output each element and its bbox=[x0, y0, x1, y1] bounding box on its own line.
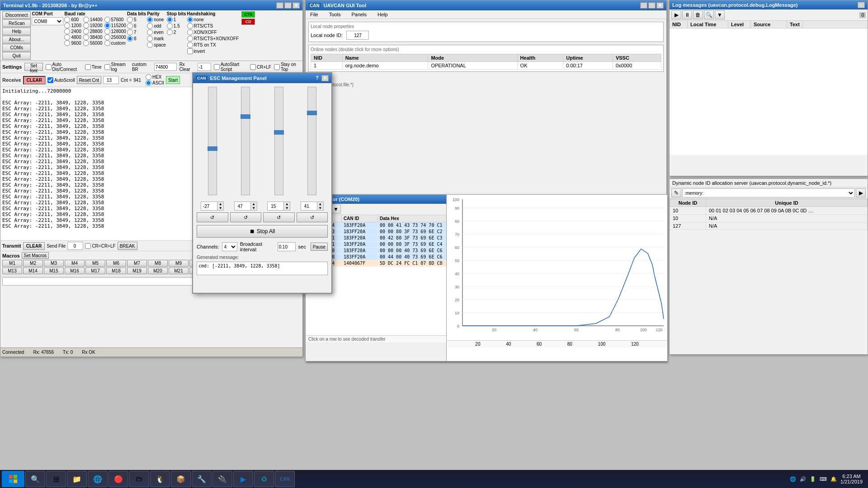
taskbar-network-icon[interactable]: 🌐 bbox=[790, 476, 796, 482]
terminal-minimize-btn[interactable]: ─ bbox=[276, 2, 283, 9]
custom-br-input[interactable] bbox=[154, 63, 177, 71]
terminal-close-btn[interactable]: ✕ bbox=[292, 2, 300, 9]
taskbar-ubuntu[interactable]: 🐧 bbox=[150, 471, 170, 487]
macro-button[interactable]: M7 bbox=[127, 260, 147, 267]
set-font-button[interactable]: Set font bbox=[24, 63, 42, 71]
esc-slider-track-2[interactable] bbox=[241, 87, 250, 195]
macro-button[interactable]: M3 bbox=[44, 260, 64, 267]
uavcan-close-btn[interactable]: ✕ bbox=[656, 2, 664, 9]
taskbar-box[interactable]: 📦 bbox=[171, 471, 191, 487]
macro-button[interactable]: M19 bbox=[127, 267, 147, 274]
macro-button[interactable]: M1 bbox=[2, 260, 22, 267]
macro-button[interactable]: M14 bbox=[23, 267, 43, 274]
table-row[interactable]: 127N/A bbox=[670, 222, 868, 230]
autoscroll-check[interactable]: AutoScroll bbox=[47, 77, 75, 83]
esc-stop-all-button[interactable]: ⏹ Stop All bbox=[197, 225, 328, 238]
macro-button[interactable]: M4 bbox=[65, 260, 85, 267]
taskbar-arduino[interactable]: ♻ bbox=[254, 471, 274, 487]
taskbar-browser-chrome[interactable]: 🌐 bbox=[88, 471, 108, 487]
receive-clear-button[interactable]: CLEAR bbox=[23, 76, 46, 84]
macro-button[interactable]: M8 bbox=[148, 260, 168, 267]
disconnect-button[interactable]: Disconnect bbox=[2, 11, 31, 19]
macro-button[interactable]: M13 bbox=[2, 267, 22, 274]
esc-slider-thumb-2[interactable] bbox=[241, 114, 250, 119]
cnt-number-input[interactable] bbox=[103, 76, 119, 84]
esc-slider-thumb-1[interactable] bbox=[208, 146, 217, 151]
macro-button[interactable]: M15 bbox=[44, 267, 64, 274]
esc-close-btn[interactable]: ✕ bbox=[321, 75, 329, 81]
esc-spin-1-down[interactable]: ▼ bbox=[217, 206, 223, 210]
log-filter-btn[interactable]: ▼ bbox=[715, 10, 725, 19]
dyn-memory-select[interactable]: :memory: bbox=[682, 188, 855, 197]
start-button[interactable]: Start bbox=[166, 76, 180, 84]
menu-help[interactable]: Help bbox=[376, 11, 390, 18]
table-row[interactable]: 1 org.node.demo OPERATIONAL OK 0:00:17 0… bbox=[311, 62, 661, 70]
esc-reset-2[interactable]: ↺ bbox=[230, 212, 262, 222]
set-macros-button[interactable]: Set Macros bbox=[22, 252, 49, 259]
menu-file[interactable]: File bbox=[308, 11, 320, 18]
macro-button[interactable]: M17 bbox=[85, 267, 105, 274]
cr-cr-lf-check[interactable]: CR=CR+LF bbox=[85, 243, 115, 249]
esc-slider-thumb-4[interactable] bbox=[307, 111, 317, 115]
terminal-maximize-btn[interactable]: □ bbox=[284, 2, 292, 9]
log-pause-btn[interactable]: ⏸ bbox=[682, 10, 692, 19]
log-clear-btn[interactable]: 🗑 bbox=[693, 10, 703, 19]
macro-button[interactable]: M9 bbox=[169, 260, 189, 267]
taskbar-sound-icon[interactable]: 🔊 bbox=[800, 476, 806, 482]
esc-spin-3-down[interactable]: ▼ bbox=[283, 206, 290, 210]
esc-slider-thumb-3[interactable] bbox=[274, 130, 284, 135]
com-port-select[interactable]: COM8 bbox=[32, 17, 63, 25]
taskbar-explorer[interactable]: 🗁 bbox=[129, 471, 149, 487]
taskbar-notification-icon[interactable]: 🔔 bbox=[830, 476, 837, 482]
taskbar-search[interactable]: 🔍 bbox=[25, 471, 45, 487]
esc-value-3[interactable] bbox=[268, 202, 283, 210]
auto-dis-connect-check[interactable]: Auto Dis/Connect bbox=[46, 62, 82, 72]
esc-value-1[interactable] bbox=[201, 202, 217, 210]
quit-button[interactable]: Quit bbox=[2, 52, 31, 60]
coms-button[interactable]: COMs bbox=[2, 44, 31, 52]
esc-spin-2-up[interactable]: ▲ bbox=[250, 202, 257, 206]
esc-value-4[interactable] bbox=[301, 202, 317, 210]
transmit-clear-button[interactable]: CLEAR bbox=[23, 242, 45, 250]
log-minimize-btn[interactable]: ─ bbox=[858, 2, 865, 8]
macro-button[interactable]: M6 bbox=[106, 260, 126, 267]
esc-spin-4-down[interactable]: ▼ bbox=[317, 206, 323, 210]
table-row[interactable]: 1000 01 02 03 04 05 06 07 08 09 0A 0B 0C… bbox=[670, 207, 868, 215]
taskbar-file-manager[interactable]: 📁 bbox=[67, 471, 87, 487]
monitor-filter-btn[interactable]: ▼ bbox=[331, 205, 341, 214]
macro-button[interactable]: M2 bbox=[23, 260, 43, 267]
menu-panels[interactable]: Panels bbox=[349, 11, 368, 18]
taskbar-plugin[interactable]: 🔌 bbox=[212, 471, 232, 487]
esc-help-btn[interactable]: ? bbox=[314, 75, 321, 81]
taskbar-start-button[interactable] bbox=[2, 471, 24, 487]
esc-spin-2-down[interactable]: ▼ bbox=[250, 206, 257, 210]
reset-cnt-button[interactable]: Reset Cnt bbox=[77, 76, 101, 84]
log-search-btn[interactable]: 🔍 bbox=[704, 10, 714, 19]
taskbar-wrench[interactable]: 🔧 bbox=[192, 471, 212, 487]
taskbar-uavcan[interactable]: CAN bbox=[275, 471, 295, 487]
time-check[interactable]: Time bbox=[85, 64, 102, 70]
about-button[interactable]: About... bbox=[2, 36, 31, 43]
broadcast-value-input[interactable] bbox=[278, 242, 296, 251]
macro-button[interactable]: M18 bbox=[106, 267, 126, 274]
esc-spin-3-up[interactable]: ▲ bbox=[283, 202, 290, 206]
help-button[interactable]: Help bbox=[2, 28, 31, 35]
cr-lf-check[interactable]: CR+LF bbox=[250, 64, 271, 70]
menu-tools[interactable]: Tools bbox=[327, 11, 343, 18]
break-button[interactable]: BREAK bbox=[118, 242, 137, 250]
taskbar-opera[interactable]: 🔴 bbox=[108, 471, 128, 487]
esc-spin-4-up[interactable]: ▲ bbox=[317, 202, 323, 206]
auto-start-check[interactable]: AutoStart Script bbox=[214, 62, 247, 72]
stay-on-top-check[interactable]: Stay on Top bbox=[274, 62, 301, 72]
esc-slider-track-3[interactable] bbox=[274, 87, 283, 195]
taskbar-vscode[interactable]: ▶ bbox=[233, 471, 253, 487]
stream-log-check[interactable]: Stream log bbox=[104, 62, 129, 72]
pause-button[interactable]: Pause bbox=[311, 243, 328, 251]
rescan-button[interactable]: ReScan bbox=[2, 19, 31, 27]
uavcan-restore-btn[interactable]: □ bbox=[648, 2, 656, 9]
dyn-save-btn[interactable]: ▶ bbox=[856, 188, 866, 197]
esc-reset-3[interactable]: ↺ bbox=[263, 212, 295, 222]
uavcan-minimize-btn[interactable]: ─ bbox=[640, 2, 647, 9]
macro-button[interactable]: M5 bbox=[85, 260, 105, 267]
esc-value-2[interactable] bbox=[235, 202, 250, 210]
